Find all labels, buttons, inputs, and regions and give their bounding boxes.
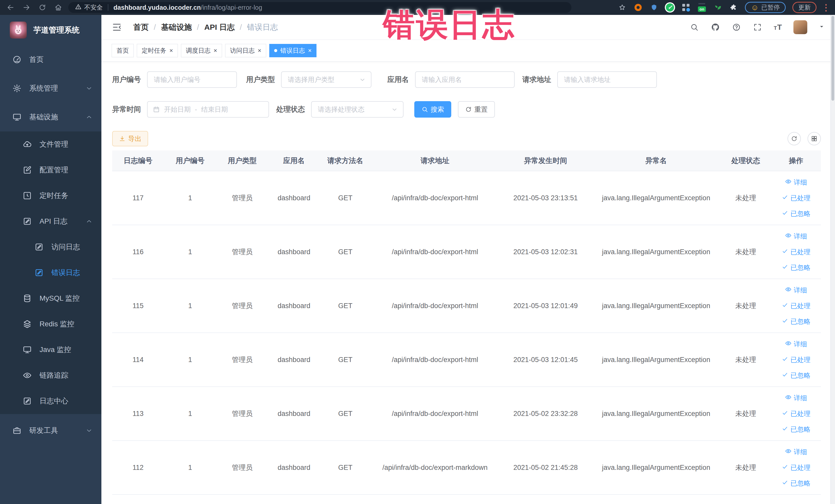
refresh-icon[interactable] xyxy=(788,132,801,145)
action-detail-link[interactable]: 详细 xyxy=(785,286,807,295)
sidebar-item-infrastructure[interactable]: 基础设施 xyxy=(0,103,101,132)
not-secure-badge[interactable]: 不安全 xyxy=(75,3,103,12)
extension-target-icon[interactable] xyxy=(633,3,643,12)
action-detail-link[interactable]: 详细 xyxy=(785,178,807,187)
sidebar-item-redis-monitor[interactable]: Redis 监控 xyxy=(0,311,101,337)
exception-time-range-picker[interactable]: 开始日期 - 结束日期 xyxy=(147,101,269,118)
action-processed-link[interactable]: 已处理 xyxy=(781,355,810,364)
extension-shield-icon[interactable] xyxy=(649,3,659,12)
back-icon[interactable] xyxy=(5,2,16,13)
close-icon[interactable]: × xyxy=(213,47,217,54)
browser-toolbar: 不安全 dashboard.yudao.iocoder.cn/infra/log… xyxy=(0,0,835,15)
screen: 不安全 dashboard.yudao.iocoder.cn/infra/log… xyxy=(0,0,835,504)
paused-label: 已暂停 xyxy=(761,3,780,12)
action-ignored-link[interactable]: 已忽略 xyxy=(781,371,810,380)
browser-menu-icon[interactable]: ⋮ xyxy=(822,2,830,13)
user-id-input[interactable] xyxy=(147,72,237,88)
browser-home-icon[interactable] xyxy=(53,2,64,13)
sidebar-item-error-log[interactable]: 错误日志 xyxy=(0,260,101,285)
app-name-input[interactable] xyxy=(415,72,515,88)
profile-paused-badge[interactable]: ☺ 已暂停 xyxy=(745,2,786,13)
action-detail-link[interactable]: 详细 xyxy=(785,447,807,457)
action-ignored-link[interactable]: 已忽略 xyxy=(781,263,810,272)
sidebar-item-dev-tools[interactable]: 研发工具 xyxy=(0,416,101,445)
action-processed-link[interactable]: 已处理 xyxy=(781,194,810,203)
export-button[interactable]: 导出 xyxy=(112,131,148,146)
tab-job[interactable]: 定时任务× xyxy=(137,44,178,57)
close-icon[interactable]: × xyxy=(169,47,173,54)
action-ignored-link[interactable]: 已忽略 xyxy=(781,479,810,488)
user-type-select[interactable]: 请选择用户类型 xyxy=(281,72,371,88)
sidebar-item-file-management[interactable]: 文件管理 xyxy=(0,132,101,157)
action-processed-link[interactable]: 已处理 xyxy=(781,301,810,310)
sidebar-item-trace[interactable]: 链路追踪 xyxy=(0,363,101,388)
close-icon[interactable]: × xyxy=(308,47,312,54)
close-icon[interactable]: × xyxy=(258,47,261,54)
action-detail-link[interactable]: 详细 xyxy=(785,340,807,349)
search-icon[interactable] xyxy=(690,22,699,32)
extension-grid-icon[interactable] xyxy=(681,3,691,12)
browser-update-button[interactable]: 更新 xyxy=(792,2,816,13)
calendar-icon xyxy=(153,106,160,113)
action-ignored-link[interactable]: 已忽略 xyxy=(781,425,810,434)
check-icon xyxy=(781,302,788,310)
sidebar-item-access-log[interactable]: 访问日志 xyxy=(0,234,101,260)
action-ignored-link[interactable]: 已忽略 xyxy=(781,209,810,218)
sidebar-item-config-management[interactable]: 配置管理 xyxy=(0,157,101,183)
sidebar-item-home[interactable]: 首页 xyxy=(0,45,101,74)
action-processed-link[interactable]: 已处理 xyxy=(781,409,810,418)
cell-user_id: 1 xyxy=(164,279,217,333)
cell-app_name: dashboard xyxy=(268,441,320,495)
action-detail-link[interactable]: 详细 xyxy=(785,394,807,403)
breadcrumb-item[interactable]: 首页 xyxy=(133,22,149,33)
sidebar-item-mysql-monitor[interactable]: MySQL 监控 xyxy=(0,285,101,311)
action-processed-link[interactable]: 已处理 xyxy=(781,247,810,257)
sidebar-item-java-monitor[interactable]: Java 监控 xyxy=(0,337,101,363)
scrollbar-thumb[interactable] xyxy=(831,16,834,101)
sidebar-item-system-management[interactable]: 系统管理 xyxy=(0,74,101,103)
breadcrumb-item[interactable]: API 日志 xyxy=(204,22,235,33)
tab-home[interactable]: 首页 xyxy=(111,44,134,57)
row-actions: 详细已处理已忽略 xyxy=(771,286,821,326)
extension-check-icon[interactable]: ✓ xyxy=(665,3,675,12)
avatar[interactable] xyxy=(793,20,807,34)
gear-icon xyxy=(12,84,22,93)
forward-icon[interactable] xyxy=(21,2,32,13)
breadcrumb-separator: / xyxy=(197,23,199,32)
action-processed-link[interactable]: 已处理 xyxy=(781,463,810,472)
github-icon[interactable] xyxy=(711,22,720,32)
breadcrumb-item[interactable]: 基础设施 xyxy=(161,22,192,33)
sidebar-item-log-center[interactable]: 日志中心 xyxy=(0,388,101,414)
not-secure-label: 不安全 xyxy=(84,3,103,12)
fullscreen-icon[interactable] xyxy=(753,22,762,32)
sidebar-item-api-log[interactable]: API 日志 xyxy=(0,208,101,234)
search-button[interactable]: 搜索 xyxy=(414,101,451,118)
reload-icon[interactable] xyxy=(37,2,48,13)
process-status-select[interactable]: 请选择处理状态 xyxy=(311,101,404,118)
address-bar[interactable]: 不安全 dashboard.yudao.iocoder.cn/infra/log… xyxy=(68,2,571,13)
reset-button[interactable]: 重置 xyxy=(458,101,495,118)
action-detail-link[interactable]: 详细 xyxy=(785,232,807,241)
check-icon xyxy=(781,479,788,488)
bookmark-star-icon[interactable] xyxy=(617,3,627,12)
tab-job-log[interactable]: 调度日志× xyxy=(181,44,222,57)
sidebar-logo[interactable]: 芋道管理系统 xyxy=(0,15,101,45)
column-settings-icon[interactable] xyxy=(808,132,821,145)
extension-adblock-on-icon[interactable]: on xyxy=(697,3,707,12)
request-url-input[interactable] xyxy=(557,72,657,88)
extension-puzzle-icon[interactable] xyxy=(729,3,738,12)
help-icon[interactable] xyxy=(732,22,741,32)
tab-label: 首页 xyxy=(117,46,129,55)
font-size-icon[interactable]: TT xyxy=(774,23,782,32)
extension-sprout-icon[interactable] xyxy=(713,3,722,12)
column-header-exception: 异常名 xyxy=(592,150,720,171)
doc-pen-icon xyxy=(34,268,44,277)
collapse-sidebar-icon[interactable] xyxy=(111,22,122,32)
chevron-down-icon[interactable] xyxy=(819,24,825,31)
page-scrollbar[interactable] xyxy=(830,15,835,504)
tab-label: 访问日志 xyxy=(230,46,254,55)
tab-error-log[interactable]: 错误日志× xyxy=(269,44,317,57)
tab-access-log[interactable]: 访问日志× xyxy=(225,44,266,57)
action-ignored-link[interactable]: 已忽略 xyxy=(781,317,810,326)
sidebar-item-scheduled-jobs[interactable]: 定时任务 xyxy=(0,183,101,208)
